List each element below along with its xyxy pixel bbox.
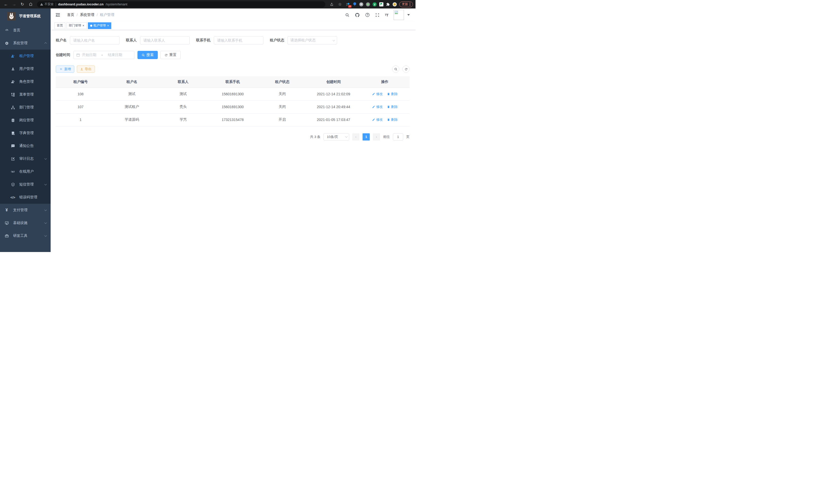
sidebar-item-dept[interactable]: 部门管理 xyxy=(0,101,51,114)
export-button[interactable]: 导出 xyxy=(77,65,95,73)
breadcrumb-section[interactable]: 系统管理 xyxy=(80,12,94,17)
system-submenu: 租户管理 用户管理 角色管理 菜单管理 部门管理 xyxy=(0,50,51,204)
monitor-icon xyxy=(5,221,9,225)
help-icon[interactable] xyxy=(365,12,370,17)
sidebar-item-payment[interactable]: ¥ 支付管理 xyxy=(0,204,51,216)
goto-page-input[interactable] xyxy=(393,133,403,141)
extension-icons: 10 ⌘ y xyxy=(345,2,398,6)
contact-input[interactable] xyxy=(140,36,190,45)
next-page-button[interactable]: › xyxy=(373,133,380,141)
reset-button[interactable]: 重置 xyxy=(160,51,181,59)
search-icon xyxy=(142,53,145,57)
close-icon[interactable]: × xyxy=(107,24,109,27)
delete-button[interactable]: 删除 xyxy=(387,92,398,96)
sidebar-item-online[interactable]: 在线用户 xyxy=(0,165,51,178)
create-time-range-picker[interactable]: 开始日期 - 结束日期 xyxy=(74,51,134,59)
extension-y-icon[interactable]: y xyxy=(373,2,377,6)
avatar-caret-icon[interactable] xyxy=(407,14,410,16)
col-tenant-name: 租户名 xyxy=(105,76,159,88)
sidebar-item-role[interactable]: 角色管理 xyxy=(0,75,51,88)
share-icon[interactable] xyxy=(328,1,335,8)
sidebar-item-menu[interactable]: 菜单管理 xyxy=(0,88,51,101)
extensions-puzzle-icon[interactable] xyxy=(386,2,390,6)
refresh-table-button[interactable] xyxy=(402,65,409,73)
user-avatar[interactable] xyxy=(394,10,404,20)
extension-flag-icon[interactable] xyxy=(379,2,383,6)
trash-icon xyxy=(387,118,390,121)
yen-icon: ¥ xyxy=(5,208,9,212)
delete-button[interactable]: 删除 xyxy=(387,117,398,122)
calendar-icon xyxy=(76,53,80,57)
delete-button[interactable]: 删除 xyxy=(387,105,398,109)
breadcrumb-home[interactable]: 首页 xyxy=(67,12,74,17)
font-size-icon[interactable]: TT xyxy=(385,13,388,17)
chrome-update-button[interactable]: 更新 xyxy=(399,2,413,7)
online-user-icon xyxy=(11,170,15,173)
mobile-input[interactable] xyxy=(214,36,263,45)
contact-label: 联系人 xyxy=(126,38,137,42)
table-row: 108 测试 测试 15601691300 关闭 2021-12-14 21:0… xyxy=(56,88,409,100)
not-secure-warning[interactable]: 不安全 xyxy=(40,2,54,6)
github-icon[interactable] xyxy=(355,12,360,18)
edit-button[interactable]: 修改 xyxy=(372,92,383,96)
page-number-1[interactable]: 1 xyxy=(363,133,370,141)
sidebar-item-user[interactable]: 用户管理 xyxy=(0,62,51,75)
extension-tabs-icon[interactable]: 10 xyxy=(346,2,350,6)
show-search-toggle-button[interactable] xyxy=(392,65,399,73)
sidebar-item-devtools[interactable]: 研发工具 xyxy=(0,229,51,242)
tags-view: 首页 部门管理 × 租户管理 × xyxy=(51,21,416,30)
sidebar-item-audit[interactable]: 审计日志 xyxy=(0,152,51,165)
extension-command-icon[interactable]: ⌘ xyxy=(359,2,363,6)
sidebar-item-tenant[interactable]: 租户管理 xyxy=(0,50,51,62)
close-icon[interactable]: × xyxy=(83,24,84,27)
sidebar-item-notice[interactable]: 通知公告 xyxy=(0,140,51,152)
col-created: 创建时间 xyxy=(307,76,360,88)
edit-button[interactable]: 修改 xyxy=(372,117,383,122)
browser-home-icon[interactable] xyxy=(27,1,34,8)
org-chart-icon xyxy=(11,106,15,110)
app-logo xyxy=(7,12,16,21)
edit-icon xyxy=(372,92,375,95)
search-button[interactable]: 搜索 xyxy=(138,51,158,59)
edit-icon xyxy=(372,105,375,109)
tenant-name-input[interactable] xyxy=(70,36,119,45)
browser-back-icon[interactable]: ← xyxy=(3,1,9,8)
sidebar-item-sms[interactable]: 短信管理 xyxy=(0,178,51,191)
status-value: 关闭 xyxy=(257,100,307,113)
message-icon xyxy=(11,144,15,148)
sidebar-item-home[interactable]: 首页 xyxy=(0,24,51,37)
extension-green-dot-icon[interactable] xyxy=(366,2,370,6)
sidebar-item-infra[interactable]: 基础设施 xyxy=(0,216,51,229)
prev-page-button[interactable]: ‹ xyxy=(352,133,360,141)
bookmark-star-icon[interactable]: ☆ xyxy=(337,1,343,8)
sidebar-item-system[interactable]: 系统管理 xyxy=(0,37,51,50)
chrome-menu-icon[interactable] xyxy=(409,3,410,6)
fullscreen-icon[interactable] xyxy=(375,13,379,17)
tenant-page: 租户名 联系人 联系手机 租户状态 请选择租户状态 创建时间 xyxy=(51,30,416,252)
pagination: 共 3 条 10条/页 ‹ 1 › 前往 页 xyxy=(56,133,409,141)
tab-home[interactable]: 首页 xyxy=(55,22,65,29)
profile-avatar-icon[interactable] xyxy=(393,2,397,6)
sidebar-item-errcode[interactable]: </> 错误码管理 xyxy=(0,191,51,204)
trash-icon xyxy=(387,92,390,95)
sidebar-item-post[interactable]: 岗位管理 xyxy=(0,114,51,127)
chevron-up-icon xyxy=(45,42,47,45)
page-size-select[interactable]: 10条/页 xyxy=(323,133,349,141)
browser-reload-icon[interactable]: ↻ xyxy=(19,1,26,8)
add-button[interactable]: ＋ 新增 xyxy=(56,65,74,73)
app-logo-row[interactable]: 芋道管理系统 xyxy=(0,8,51,24)
tab-dept[interactable]: 部门管理 × xyxy=(66,22,87,29)
warning-icon xyxy=(40,3,43,6)
address-bar[interactable]: 不安全 dashboard.yudao.iocoder.cn/system/te… xyxy=(37,1,325,7)
top-navbar: 首页 / 系统管理 / 租户管理 TT xyxy=(51,8,416,21)
edit-button[interactable]: 修改 xyxy=(372,105,383,109)
sidebar-item-dict[interactable]: 字典管理 xyxy=(0,127,51,140)
browser-forward-icon[interactable]: → xyxy=(11,1,18,8)
end-date-placeholder: 结束日期 xyxy=(108,53,122,57)
tab-tenant[interactable]: 租户管理 × xyxy=(88,22,111,29)
header-search-icon[interactable] xyxy=(345,13,349,17)
chevron-down-icon xyxy=(45,183,47,185)
status-select[interactable]: 请选择租户状态 xyxy=(288,36,337,45)
sidebar-collapse-icon[interactable] xyxy=(55,12,60,18)
extension-balloon-icon[interactable] xyxy=(352,2,357,6)
